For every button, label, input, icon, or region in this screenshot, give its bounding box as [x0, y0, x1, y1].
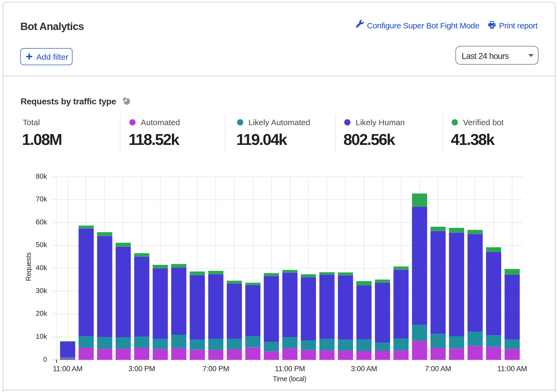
svg-text:80k: 80k — [36, 172, 47, 180]
svg-text:60k: 60k — [36, 218, 47, 226]
svg-text:50k: 50k — [36, 241, 47, 249]
svg-text:40k: 40k — [36, 264, 47, 272]
svg-text:7:00 AM: 7:00 AM — [425, 365, 451, 373]
svg-text:30k: 30k — [36, 287, 47, 295]
svg-text:3:00 AM: 3:00 AM — [351, 365, 377, 373]
svg-text:11:00 PM: 11:00 PM — [275, 365, 305, 373]
svg-text:20k: 20k — [36, 309, 47, 317]
svg-text:70k: 70k — [36, 195, 47, 203]
svg-text:Requests: Requests — [24, 253, 32, 281]
svg-text:10k: 10k — [36, 332, 47, 340]
svg-text:3:00 PM: 3:00 PM — [129, 365, 155, 373]
svg-text:Time (local): Time (local) — [273, 375, 306, 383]
svg-text:11:00 AM: 11:00 AM — [53, 365, 83, 373]
svg-text:0: 0 — [43, 355, 47, 363]
svg-text:7:00 PM: 7:00 PM — [202, 365, 229, 373]
svg-text:11:00 AM: 11:00 AM — [497, 365, 527, 373]
